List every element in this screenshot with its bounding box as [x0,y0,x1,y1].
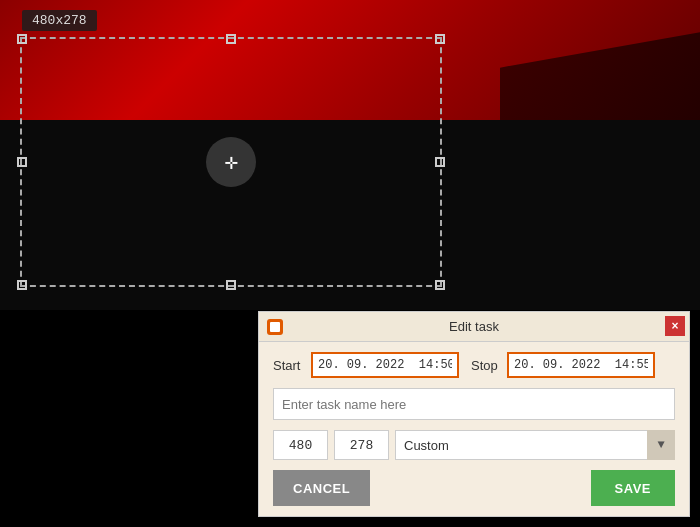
handle-top-left[interactable] [17,34,27,44]
app-icon-inner [270,322,280,332]
handle-bottom-right[interactable] [435,280,445,290]
handle-mid-right[interactable] [435,157,445,167]
task-name-input[interactable] [273,388,675,420]
handle-top-mid[interactable] [226,34,236,44]
app-icon [267,319,283,335]
width-input[interactable] [273,430,328,460]
start-time-input[interactable] [311,352,459,378]
start-label: Start [273,358,305,373]
stop-time-input[interactable] [507,352,655,378]
handle-mid-left[interactable] [17,157,27,167]
resolution-select[interactable]: Custom 1920x1080 1280x720 640x480 [395,430,675,460]
stop-label: Stop [471,358,501,373]
save-button[interactable]: SAVE [591,470,675,506]
dialog-body: Start Stop Custom 1920x1080 1280x720 640… [259,342,689,516]
cancel-button[interactable]: CANCEL [273,470,370,506]
dialog-titlebar: Edit task × [259,312,689,342]
move-handle[interactable]: ✛ [206,137,256,187]
close-button[interactable]: × [665,316,685,336]
height-input[interactable] [334,430,389,460]
dimension-label: 480x278 [22,10,97,31]
handle-bottom-left[interactable] [17,280,27,290]
edit-task-dialog: Edit task × Start Stop Custom 1920x1080 … [258,311,690,517]
dialog-title: Edit task [449,319,499,334]
times-row: Start Stop [273,352,675,378]
buttons-row: CANCEL SAVE [273,470,675,506]
handle-bottom-mid[interactable] [226,280,236,290]
dimensions-row: Custom 1920x1080 1280x720 640x480 ▼ [273,430,675,460]
custom-select-wrapper: Custom 1920x1080 1280x720 640x480 ▼ [395,430,675,460]
handle-top-right[interactable] [435,34,445,44]
